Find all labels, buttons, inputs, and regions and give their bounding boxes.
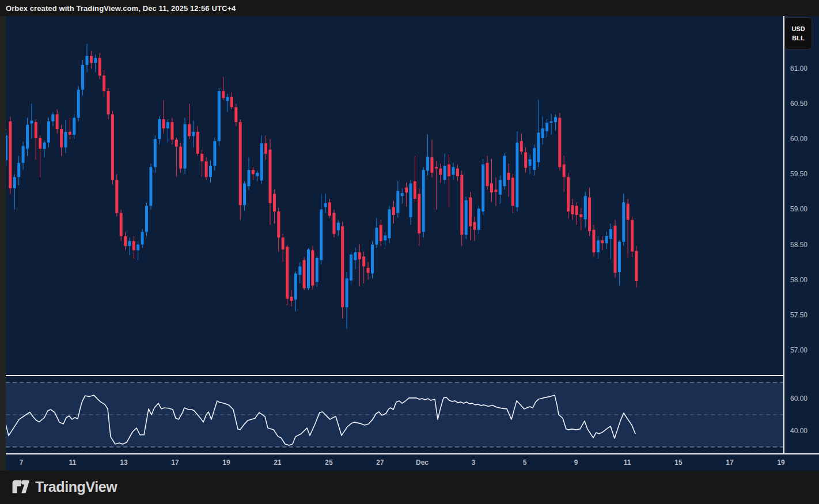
- time-axis[interactable]: 711131719212527Dec35911151719: [6, 454, 819, 471]
- candle-body: [90, 56, 93, 63]
- candle-body: [354, 252, 357, 260]
- candle-body: [6, 135, 7, 160]
- candle-body: [460, 175, 463, 235]
- candle-body: [503, 156, 506, 187]
- candle-body: [175, 140, 178, 147]
- candle-body: [533, 148, 536, 170]
- candle-body: [529, 160, 532, 166]
- candle-body: [486, 163, 489, 186]
- candle-body: [43, 142, 46, 149]
- candle-body: [567, 177, 570, 211]
- candle-body: [375, 228, 378, 244]
- candle-body: [558, 118, 561, 168]
- oscillator-axis-label: 40.00: [790, 426, 807, 435]
- time-axis-label: Dec: [416, 458, 429, 467]
- candle-body: [298, 267, 301, 275]
- candle-body: [410, 183, 412, 217]
- candle-body: [332, 213, 335, 234]
- candle-body: [200, 154, 203, 161]
- candle-body: [184, 124, 187, 169]
- candle-body: [307, 249, 310, 288]
- candle-body: [273, 194, 276, 212]
- price-axis[interactable]: 61.0060.5060.0059.5059.0058.5058.0057.50…: [784, 16, 819, 453]
- candle-body: [149, 167, 152, 206]
- candle-body: [51, 115, 54, 122]
- oscillator-pane[interactable]: [6, 376, 783, 453]
- candle-body: [124, 236, 127, 246]
- candle-body: [350, 255, 352, 281]
- candle-body: [277, 211, 280, 237]
- candle-body: [481, 164, 484, 211]
- candle-body: [120, 213, 123, 236]
- time-axis-label: 21: [274, 458, 281, 467]
- candle-body: [136, 245, 139, 251]
- candle-body: [431, 157, 434, 173]
- candle-body: [448, 164, 450, 176]
- candle-body: [328, 202, 331, 215]
- candle-body: [337, 223, 340, 230]
- bottom-margin: [0, 471, 819, 504]
- candle-body: [362, 256, 365, 266]
- tradingview-logo-icon: [12, 478, 30, 495]
- chart-attribution-title: Orbex created with TradingView.com, Dec …: [6, 4, 236, 13]
- candle-body: [269, 150, 272, 203]
- tradingview-logo-text: TradingView: [35, 479, 117, 495]
- symbol-badge: USD BLL: [784, 17, 812, 50]
- time-axis-label: 5: [523, 458, 527, 467]
- candle-body: [511, 178, 514, 206]
- price-pane[interactable]: [6, 16, 783, 375]
- candle-body: [341, 226, 344, 308]
- candle-body: [635, 251, 638, 282]
- candle-body: [346, 278, 348, 307]
- candle-body: [294, 274, 297, 300]
- candle-body: [30, 121, 33, 124]
- candle-body: [39, 138, 41, 149]
- candle-body: [65, 132, 67, 147]
- candle-body: [213, 141, 216, 166]
- candle-body: [605, 236, 608, 243]
- candle-body: [579, 214, 582, 217]
- candle-body: [618, 242, 621, 272]
- candle-body: [158, 119, 161, 139]
- candle-body: [141, 232, 144, 245]
- candle-body: [56, 115, 59, 130]
- time-axis-label: 25: [325, 458, 332, 467]
- time-axis-label: 9: [574, 458, 578, 467]
- candle-body: [243, 183, 246, 205]
- candle-body: [218, 91, 221, 141]
- candle-body: [550, 122, 553, 123]
- tradingview-logo[interactable]: TradingView: [12, 478, 117, 495]
- candle-body: [324, 203, 327, 207]
- candle-body: [494, 190, 497, 192]
- time-axis-label: 15: [674, 458, 682, 467]
- price-axis-label: 60.50: [790, 99, 807, 108]
- candle-body: [166, 122, 169, 128]
- candle-body: [584, 196, 587, 219]
- symbol-badge-quote: BLL: [792, 35, 804, 41]
- candlestick-plot: [6, 16, 783, 375]
- candle-body: [311, 250, 314, 285]
- candle-body: [205, 161, 208, 177]
- candle-body: [601, 240, 604, 243]
- candle-body: [405, 188, 408, 193]
- candle-body: [86, 56, 89, 65]
- candle-body: [597, 240, 600, 252]
- candle-body: [571, 205, 574, 214]
- candle-body: [94, 58, 97, 63]
- candle-body: [631, 220, 634, 252]
- candle-body: [426, 157, 429, 171]
- price-axis-label: 60.00: [790, 134, 807, 143]
- candle-body: [264, 143, 267, 154]
- candle-body: [22, 146, 25, 163]
- time-axis-label: 19: [222, 458, 230, 467]
- candle-body: [35, 122, 37, 138]
- time-axis-label: 17: [171, 458, 179, 467]
- candle-body: [13, 177, 16, 188]
- price-axis-label: 59.50: [790, 169, 807, 179]
- candle-body: [515, 142, 518, 207]
- candle-body: [26, 125, 29, 149]
- candle-body: [47, 122, 50, 143]
- candle-body: [282, 237, 285, 249]
- candle-body: [593, 230, 596, 252]
- candle-body: [537, 132, 540, 162]
